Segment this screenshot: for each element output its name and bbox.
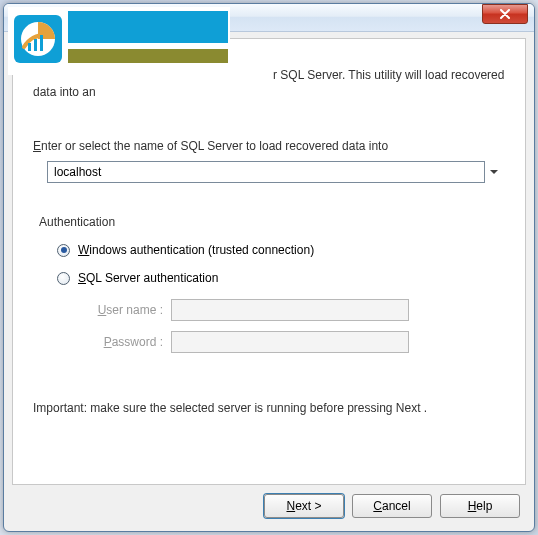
auth-title: Authentication xyxy=(39,215,505,229)
cancel-button[interactable]: Cancel xyxy=(352,494,432,518)
radio-icon xyxy=(57,244,70,257)
username-input[interactable] xyxy=(171,299,409,321)
radio-sqlserver-auth[interactable]: SQL Server authentication xyxy=(57,271,505,285)
next-button[interactable]: Next > xyxy=(264,494,344,518)
close-icon xyxy=(499,9,511,19)
server-select[interactable] xyxy=(47,161,505,183)
username-label: User name : xyxy=(85,303,171,317)
radio-label: Windows authentication (trusted connecti… xyxy=(78,243,314,257)
close-button[interactable] xyxy=(482,4,528,24)
branding-overlay xyxy=(8,7,230,75)
username-row: User name : xyxy=(85,299,505,321)
important-note: Important: make sure the selected server… xyxy=(33,401,505,415)
radio-windows-auth[interactable]: Windows authentication (trusted connecti… xyxy=(57,243,505,257)
branding-bars xyxy=(68,11,228,63)
server-label: Enter or select the name of SQL Server t… xyxy=(33,139,505,153)
radio-label: SQL Server authentication xyxy=(78,271,218,285)
radio-icon xyxy=(57,272,70,285)
password-label: Password : xyxy=(85,335,171,349)
password-row: Password : xyxy=(85,331,505,353)
svg-rect-3 xyxy=(34,39,37,51)
wizard-page: xxxxxxxxxxxxxxxxxxxxxxxxxxxxxxxxxxxxxxxx… xyxy=(12,38,526,485)
app-logo-icon xyxy=(8,7,68,71)
server-combobox[interactable] xyxy=(47,161,485,183)
help-button[interactable]: Help xyxy=(440,494,520,518)
svg-rect-2 xyxy=(28,43,31,51)
wizard-window: ility xyxy=(3,3,535,532)
svg-rect-4 xyxy=(40,35,43,51)
password-input[interactable] xyxy=(171,331,409,353)
chevron-down-icon xyxy=(487,165,501,179)
auth-group: Authentication Windows authentication (t… xyxy=(39,215,505,353)
wizard-footer: Next > Cancel Help xyxy=(12,489,526,523)
